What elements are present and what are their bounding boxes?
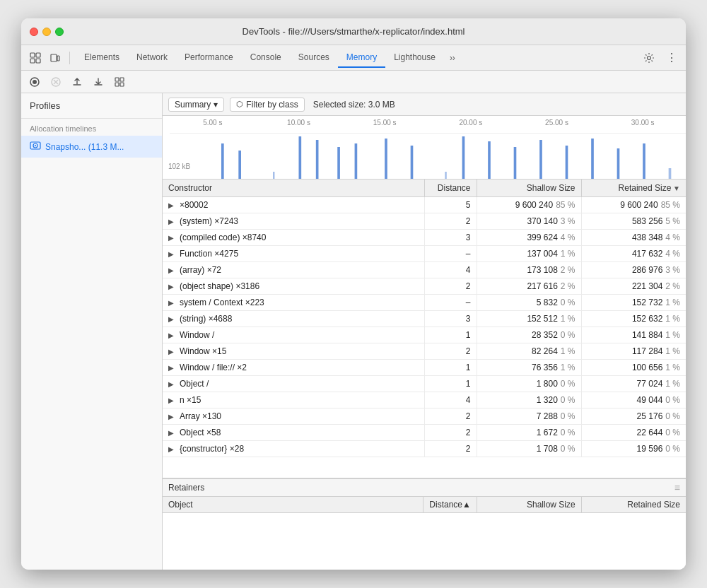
expand-arrow-icon[interactable]: ▶ <box>168 413 177 421</box>
table-row[interactable]: ▶ (array) ×72 4 173 108 2 % 286 976 3 % <box>163 262 686 278</box>
svg-rect-35 <box>643 143 645 179</box>
cell-constructor: ▶ Window / <box>163 327 424 343</box>
inspect-icon[interactable] <box>27 49 44 66</box>
table-row[interactable]: ▶ {constructor} ×28 2 1 708 0 % 19 596 0… <box>163 441 686 457</box>
close-button[interactable] <box>30 28 38 36</box>
expand-arrow-icon[interactable]: ▶ <box>168 380 177 388</box>
table-row[interactable]: ▶ system / Context ×223 – 5 832 0 % 152 … <box>163 295 686 311</box>
expand-arrow-icon[interactable]: ▶ <box>168 250 177 258</box>
expand-arrow-icon[interactable]: ▶ <box>168 348 177 355</box>
shallow-pct: 3 % <box>561 216 575 226</box>
svg-rect-24 <box>337 147 340 179</box>
filter-button[interactable]: ⬡ Filter by class <box>230 98 304 112</box>
col-header-distance[interactable]: Distance <box>424 180 477 197</box>
tab-console[interactable]: Console <box>242 48 290 68</box>
timeline-chart[interactable] <box>170 133 686 179</box>
sidebar-item-snapshot[interactable]: Snapsho... (11.3 M... <box>21 136 162 158</box>
table-row[interactable]: ▶ (compiled code) ×8740 3 399 624 4 % 43… <box>163 230 686 246</box>
expand-arrow-icon[interactable]: ▶ <box>168 396 177 404</box>
more-tabs-button[interactable]: ›› <box>444 50 461 66</box>
tab-lighthouse[interactable]: Lighthouse <box>385 48 444 68</box>
expand-arrow-icon[interactable]: ▶ <box>168 364 177 372</box>
expand-arrow-icon[interactable]: ▶ <box>168 445 177 453</box>
table-container[interactable]: Constructor Distance Shallow Size Retain… <box>163 180 686 478</box>
constructor-name: Window / <box>180 330 214 340</box>
svg-rect-14 <box>115 83 119 86</box>
constructor-name: (compiled code) ×8740 <box>180 233 266 242</box>
sidebar-item-label: Snapsho... (11.3 M... <box>45 142 124 152</box>
cell-shallow: 173 108 2 % <box>477 262 581 278</box>
profile-grid-icon[interactable] <box>112 74 127 90</box>
table-row[interactable]: ▶ Window / 1 28 352 0 % 141 884 1 % <box>163 327 686 343</box>
toolbar-right: ⋮ <box>641 49 680 66</box>
svg-rect-31 <box>539 140 542 179</box>
expand-arrow-icon[interactable]: ▶ <box>168 266 177 274</box>
maximize-button[interactable] <box>55 28 64 36</box>
table-row[interactable]: ▶ Window ×15 2 82 264 1 % 117 284 1 % <box>163 343 686 360</box>
expand-arrow-icon[interactable]: ▶ <box>168 283 177 290</box>
cell-shallow: 5 832 0 % <box>477 295 581 311</box>
download-icon[interactable] <box>90 74 106 90</box>
cell-retained: 22 644 0 % <box>581 425 686 441</box>
table-row[interactable]: ▶ Object / 1 1 800 0 % 77 024 1 % <box>163 376 686 392</box>
col-header-constructor[interactable]: Constructor <box>163 180 424 197</box>
svg-rect-22 <box>299 136 302 179</box>
cell-constructor: ▶ Window ×15 <box>163 343 424 360</box>
retained-value: 286 976 <box>632 265 662 275</box>
shallow-value: 76 356 <box>532 363 558 372</box>
device-icon[interactable] <box>47 49 64 66</box>
cell-shallow: 217 616 2 % <box>477 278 581 295</box>
constructor-name: (object shape) ×3186 <box>180 281 259 291</box>
table-row[interactable]: ▶ Function ×4275 – 137 004 1 % 417 632 4… <box>163 246 686 262</box>
table-row[interactable]: ▶ (object shape) ×3186 2 217 616 2 % 221… <box>163 278 686 295</box>
expand-arrow-icon[interactable]: ▶ <box>168 218 177 225</box>
shallow-value: 1 672 <box>537 428 558 437</box>
retainers-pane: Retainers ≡ Object Distance▲ Shallow Siz… <box>163 478 686 570</box>
table-row[interactable]: ▶ (system) ×7243 2 370 140 3 % 583 256 5… <box>163 213 686 230</box>
table-row[interactable]: ▶ Window / file:// ×2 1 76 356 1 % 100 6… <box>163 360 686 376</box>
actions-bar <box>21 71 686 93</box>
upload-icon[interactable] <box>69 74 85 90</box>
col-header-shallow[interactable]: Shallow Size <box>477 180 581 197</box>
cell-distance: 4 <box>424 262 477 278</box>
record-icon[interactable] <box>27 74 42 90</box>
tab-memory[interactable]: Memory <box>338 48 385 68</box>
retained-pct: 1 % <box>665 346 680 356</box>
expand-arrow-icon[interactable]: ▶ <box>168 331 177 339</box>
col-header-retained[interactable]: Retained Size <box>581 180 686 197</box>
minimize-button[interactable] <box>42 28 51 36</box>
table-row[interactable]: ▶ n ×15 4 1 320 0 % 49 044 0 % <box>163 392 686 408</box>
cell-constructor: ▶ Object / <box>163 376 424 392</box>
shallow-pct: 85 % <box>556 200 575 210</box>
retainers-header: Retainers ≡ <box>163 478 686 497</box>
expand-arrow-icon[interactable]: ▶ <box>168 299 177 307</box>
filter-icon: ⬡ <box>236 100 243 109</box>
cell-constructor: ▶ (object shape) ×3186 <box>163 278 424 295</box>
svg-rect-27 <box>411 146 414 179</box>
table-row[interactable]: ▶ ×80002 5 9 600 240 85 % 9 600 240 85 % <box>163 197 686 213</box>
tab-network[interactable]: Network <box>128 48 176 68</box>
shallow-pct: 1 % <box>561 249 575 259</box>
expand-arrow-icon[interactable]: ▶ <box>168 429 177 437</box>
cell-shallow: 76 356 1 % <box>477 360 581 376</box>
tab-elements[interactable]: Elements <box>76 48 128 68</box>
settings-icon[interactable] <box>641 49 658 66</box>
table-row[interactable]: ▶ Object ×58 2 1 672 0 % 22 644 0 % <box>163 425 686 441</box>
tab-performance[interactable]: Performance <box>176 48 242 68</box>
cell-retained: 152 632 1 % <box>581 311 686 327</box>
cell-shallow: 370 140 3 % <box>477 213 581 230</box>
cell-distance: 5 <box>424 197 477 213</box>
expand-arrow-icon[interactable]: ▶ <box>168 315 177 323</box>
cell-retained: 100 656 1 % <box>581 360 686 376</box>
menu-icon[interactable]: ⋮ <box>663 49 680 66</box>
summary-dropdown[interactable]: Summary ▾ <box>168 98 224 112</box>
table-row[interactable]: ▶ (string) ×4688 3 152 512 1 % 152 632 1… <box>163 311 686 327</box>
retained-value: 152 732 <box>632 298 662 307</box>
expand-arrow-icon[interactable]: ▶ <box>168 234 177 242</box>
shallow-pct: 1 % <box>561 314 575 324</box>
table-row[interactable]: ▶ Array ×130 2 7 288 0 % 25 176 0 % <box>163 408 686 425</box>
expand-arrow-icon[interactable]: ▶ <box>168 201 177 209</box>
svg-rect-36 <box>273 172 274 179</box>
tab-sources[interactable]: Sources <box>290 48 338 68</box>
constructor-name: Array ×130 <box>180 411 221 421</box>
